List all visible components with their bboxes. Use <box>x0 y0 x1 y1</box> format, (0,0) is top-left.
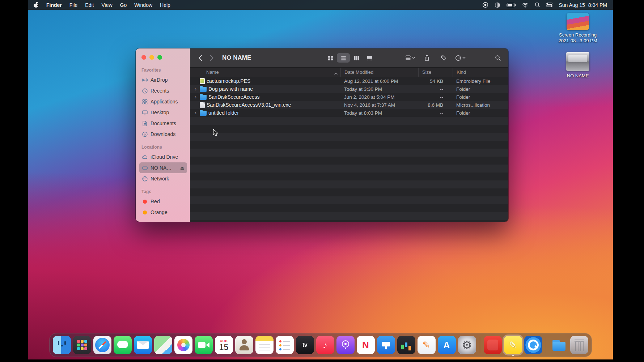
window-title: NO NAME <box>222 54 251 61</box>
desktop-icon-no-name-drive[interactable]: NO NAME <box>566 52 589 79</box>
menu-item-view[interactable]: View <box>101 2 112 8</box>
list-column-headers: Name Date Modified Size Kind <box>190 68 508 77</box>
menu-item-file[interactable]: File <box>69 2 78 8</box>
dock-icon-finder[interactable] <box>53 336 71 354</box>
more-actions-button[interactable] <box>455 53 466 63</box>
dock-icon-pages[interactable]: ✎ <box>418 336 436 354</box>
column-header-size[interactable]: Size <box>418 68 453 77</box>
dock-icon-tv[interactable]: tv <box>296 336 314 354</box>
sidebar-item-label: Recents <box>151 88 169 94</box>
dock-icon-music[interactable]: ♪ <box>316 336 334 354</box>
dock-icon-system-preferences[interactable]: ⚙ <box>458 336 476 354</box>
chevron-down-icon <box>412 57 415 59</box>
dock-icon-yellow-pencil-app[interactable]: ✎ <box>504 336 522 354</box>
dock-icon-contacts[interactable] <box>235 336 253 354</box>
apple-menu-icon[interactable] <box>34 2 38 8</box>
spotlight-icon[interactable] <box>535 1 540 9</box>
dock-icon-notes[interactable] <box>255 336 274 354</box>
dock-icon-app-store[interactable]: A <box>438 336 456 354</box>
zoom-button[interactable] <box>157 55 162 60</box>
sidebar-item-recents[interactable]: Recents <box>139 85 187 96</box>
sidebar-item-icloud-drive[interactable]: iCloud Drive <box>139 152 187 162</box>
list-view-button[interactable] <box>337 53 350 63</box>
recents-icon <box>142 88 148 94</box>
sidebar-item-red[interactable]: Red <box>139 196 187 207</box>
menu-item-edit[interactable]: Edit <box>85 2 94 8</box>
forward-button[interactable] <box>207 53 216 63</box>
column-header-date-modified[interactable]: Date Modified <box>340 68 418 77</box>
icon-view-button[interactable] <box>324 53 337 63</box>
wifi-icon[interactable] <box>522 1 529 9</box>
news-glyph: N <box>362 340 369 350</box>
dock-icon-facetime[interactable] <box>195 336 213 354</box>
tag-button[interactable] <box>438 53 449 63</box>
file-row[interactable]: cactusmockup.PESAug 12, 2021 at 6:00 PM5… <box>190 77 508 85</box>
column-view-button[interactable] <box>350 53 363 63</box>
dock-icon-downloads-folder[interactable] <box>550 336 568 354</box>
file-row[interactable]: ›SanDiskSecureAccessJun 2, 2020 at 5:04 … <box>190 93 508 101</box>
sidebar-item-no-na[interactable]: NO NA…⏏ <box>139 162 187 173</box>
menu-item-finder[interactable]: Finder <box>46 2 62 8</box>
dock-icon-news[interactable]: N <box>357 336 375 354</box>
battery-icon[interactable] <box>507 1 516 9</box>
menu-item-go[interactable]: Go <box>120 2 127 8</box>
sidebar-item-desktop[interactable]: Desktop <box>139 107 187 118</box>
disclosure-triangle-icon[interactable]: › <box>193 110 198 115</box>
sidebar-item-label: Applications <box>151 99 178 105</box>
sidebar-section-locations: LocationsiCloud DriveNO NA…⏏Network <box>139 145 187 184</box>
applications-icon <box>142 99 148 105</box>
eject-icon[interactable]: ⏏ <box>180 166 185 170</box>
minimize-button[interactable] <box>149 55 154 60</box>
sidebar-item-orange[interactable]: Orange <box>139 207 187 218</box>
file-row[interactable]: ›untitled folderToday at 8:03 PM--Folder <box>190 109 508 117</box>
sidebar-item-applications[interactable]: Applications <box>139 96 187 107</box>
tag-red-icon <box>143 200 147 204</box>
dock-icon-keynote[interactable] <box>377 336 395 354</box>
dock-icon-photos[interactable] <box>174 336 192 354</box>
dock-icon-mail[interactable] <box>134 336 152 354</box>
dock-icon-messages[interactable] <box>114 336 132 354</box>
dock-icon-maps[interactable] <box>154 336 172 354</box>
sidebar-item-network[interactable]: Network <box>139 173 187 184</box>
file-row[interactable]: ›Dog paw with nameToday at 3:30 PM--Fold… <box>190 85 508 93</box>
dock-icon-safari[interactable] <box>93 336 111 354</box>
dock-icon-quicktime[interactable] <box>524 336 542 354</box>
folder-icon <box>200 87 207 92</box>
menu-bar-clock[interactable]: Sun Aug 15 8:04 PM <box>559 2 607 8</box>
dock-icon-launchpad[interactable] <box>73 336 91 354</box>
gallery-view-button[interactable] <box>363 53 376 63</box>
sidebar-item-documents[interactable]: Documents <box>139 118 187 129</box>
menu-item-window[interactable]: Window <box>134 2 152 8</box>
dock-icon-numbers[interactable] <box>397 336 415 354</box>
menu-item-help[interactable]: Help <box>160 2 170 8</box>
dock-icon-podcasts[interactable] <box>336 336 355 354</box>
disclosure-triangle-icon[interactable]: › <box>193 94 198 99</box>
close-button[interactable] <box>141 55 146 60</box>
file-date-modified: Today at 8:03 PM <box>340 110 418 116</box>
record-stop-icon[interactable] <box>482 1 488 9</box>
control-center-icon[interactable] <box>546 1 552 9</box>
file-row[interactable]: SanDiskSecureAccessV3.01_win.exeNov 4, 2… <box>190 101 508 109</box>
file-name: cactusmockup.PES <box>207 78 250 84</box>
back-button[interactable] <box>195 53 205 63</box>
sidebar-section-title: Tags <box>141 189 185 194</box>
dock-icon-trash[interactable] <box>570 336 588 354</box>
desktop-icon-screen-recording[interactable]: Screen Recording 2021-08...3.09 PM <box>559 13 597 44</box>
file-name-cell: ›untitled folder <box>190 110 340 116</box>
sidebar-item-airdrop[interactable]: AirDrop <box>139 74 187 85</box>
dock-icon-calendar[interactable]: AUG15 <box>215 336 233 354</box>
group-button[interactable] <box>405 53 416 63</box>
sidebar-item-label: Desktop <box>151 110 169 115</box>
dock-icon-reminders[interactable] <box>276 336 294 354</box>
disclosure-triangle-icon[interactable]: › <box>193 86 198 91</box>
dock-divider <box>480 337 480 353</box>
dock-icon-adobe[interactable] <box>484 336 502 354</box>
search-button[interactable] <box>492 53 503 63</box>
sidebar-item-label: Orange <box>151 209 168 215</box>
column-header-name[interactable]: Name <box>190 68 340 77</box>
menu-extra-icon[interactable] <box>495 1 500 9</box>
column-header-kind[interactable]: Kind <box>453 68 508 77</box>
sidebar-item-downloads[interactable]: Downloads <box>139 129 187 140</box>
network-icon <box>142 176 148 182</box>
share-button[interactable] <box>421 53 432 63</box>
